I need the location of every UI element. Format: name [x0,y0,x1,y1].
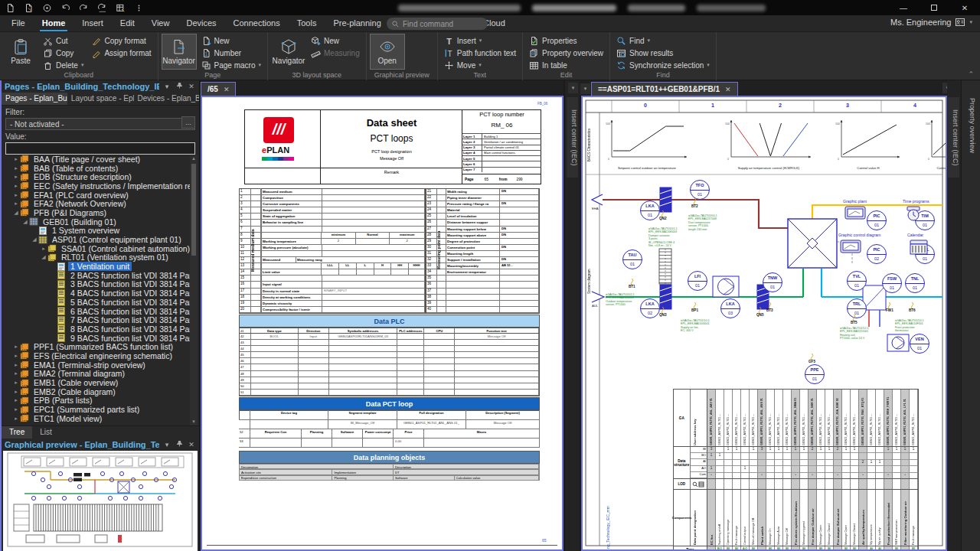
tree-item[interactable]: ▸BAB (Table of contents) [3,164,190,173]
menu-tab-file[interactable]: File [3,15,34,32]
device-tag-fw1[interactable]: FW1 [886,302,893,313]
tree-expand-icon[interactable]: ◢ [12,210,20,216]
tree-item[interactable]: ▸EFS (Electrical engineering schematic) [3,351,190,360]
tree-item[interactable]: ▸EFA2 (Network Overview) [3,199,190,208]
property-overview-vertical-tab[interactable]: Property overview [965,83,976,168]
bacs-data-point-tnw01[interactable]: TNW01 [763,272,782,292]
qa-redo-button[interactable] [77,2,90,14]
document-tab-datasheet[interactable]: /65 ✕ [201,82,236,96]
menu-tab-edit[interactable]: Edit [112,15,143,32]
tree-expand-icon[interactable]: ▸ [12,406,20,412]
tree-item[interactable]: 1 System overview [3,227,190,236]
qa-undo-button[interactable] [58,2,72,14]
tree-expand-icon[interactable]: ▸ [12,362,20,368]
synchronize-selection-button[interactable]: Synchronize selection▾ [613,59,713,71]
paste-big-button[interactable]: Paste [3,34,38,70]
tab-scroll-left-button[interactable]: ▾ [580,83,590,94]
minimize-button[interactable]: — [888,0,919,15]
property-overview-button[interactable]: Property overview [526,47,606,59]
bacs-data-point-ppe01[interactable]: PPE01 [805,364,825,384]
menu-tab-home[interactable]: Home [34,15,74,32]
qa-grid-edit-button[interactable] [113,2,127,14]
navigator-big-button[interactable]: Navigator [271,34,306,70]
scroll-up-icon[interactable]: ▲ [190,155,198,162]
tree-expand-icon[interactable]: ▸ [12,156,20,162]
tree-expand-icon[interactable]: ▸ [12,201,20,207]
tree-item[interactable]: ▸BAA (Title page / cover sheet) [3,155,190,164]
tree-item[interactable]: ▸EEC (Safety instructions / Implementati… [3,181,190,191]
tree-expand-icon[interactable]: ◢ [40,254,47,260]
panel-close-icon[interactable]: ✕ [187,83,196,90]
find-button[interactable]: Find▾ [613,34,713,47]
navigator-tab-2[interactable]: Devices - Eplan_Build... [134,93,199,105]
bacs-data-point-lka02[interactable]: LKA02 [640,298,660,318]
cut-button[interactable]: Cut [40,34,87,47]
panel-close-icon[interactable]: ✕ [187,441,196,448]
tree-item[interactable]: 1 Ventilation unit [3,262,190,271]
device-tag-bt3[interactable]: BT3 [766,302,773,313]
menu-tab-pre-planning[interactable]: Pre-planning [325,15,389,32]
copy-button[interactable]: Copy [40,47,87,59]
tree-item[interactable]: ▸PPF1 (Summarized BACS function list) [3,342,190,351]
tab-close-icon[interactable]: ✕ [224,86,230,93]
tree-item[interactable]: ▸EFA1 (PLC card overview) [3,191,190,200]
qa-new-page-button[interactable] [3,2,17,14]
tree-item[interactable]: ▸EMB1 (Cable overview) [3,378,190,387]
scrollbar-thumb[interactable] [191,164,196,256]
navigator-tab-0[interactable]: Pages - Eplan_Buildin... [2,93,67,105]
bacs-data-point-ven01[interactable]: VEN01 [910,334,929,354]
tree-item[interactable]: ▸EMB2 (Cable diagram) [3,387,190,396]
document-tab-schematic[interactable]: ==ASP01=RLT01++GEB01&PFB/1 ✕ [591,82,738,96]
restore-button[interactable] [919,0,949,15]
tab-overflow-button[interactable]: ▾ [568,83,578,93]
in-table-button[interactable]: In table [526,59,606,71]
tree-item[interactable]: ▸ETC1 (Model view) [3,414,190,423]
menu-tab-view[interactable]: View [143,15,178,32]
device-tag-bp1[interactable]: BP1 [691,302,698,313]
insert-center-vertical-tab[interactable]: Insert center (IEC) [567,97,578,178]
tree-expand-icon[interactable]: ▸ [12,389,20,395]
scroll-down-icon[interactable]: ▼ [190,418,198,425]
tree-expand-icon[interactable]: ▸ [12,174,20,180]
bacs-data-point-fsw01[interactable]: FSW01 [882,273,902,293]
tree-expand-icon[interactable]: ▸ [12,192,20,198]
tree-item[interactable]: ▸EPC1 (Summarized parts list) [3,405,190,414]
new-button[interactable]: New [308,34,363,47]
datasheet-document[interactable]: FB_06///ePLANData sheetPCT loopsPCT loop… [201,96,564,551]
tree-item[interactable]: 2 BACS function list VDI 3814 Part 4.3 [3,271,190,280]
tree-item[interactable]: 9 BACS function list VDI 3814 Part 4.3 [3,334,190,343]
tree-expand-icon[interactable]: ◢ [31,236,38,243]
qa-overflow-dots-button[interactable] [132,2,145,14]
tree-expand-icon[interactable]: ▸ [12,370,20,377]
assign-format-button[interactable]: Assign format [88,47,154,59]
tree-item[interactable]: ◢RLT01 (Ventilation system 01) [3,253,190,262]
delete-button[interactable]: Delete▾ [40,59,87,71]
qa-edit-page-button[interactable] [21,2,35,14]
tree-expand-icon[interactable]: ▸ [12,416,20,422]
close-button[interactable]: ✕ [949,0,980,15]
preview-canvas[interactable] [3,451,198,551]
tree-item[interactable]: ◢GEB01 (Building 01) [3,217,190,227]
page-macro-button[interactable]: Page macro▾ [198,59,264,71]
tree-item[interactable]: ▸EPB (Parts lists) [3,396,190,406]
move-button[interactable]: Move▾ [441,59,519,71]
device-tag-gf5[interactable]: GF5 [808,354,815,364]
menu-tab-insert[interactable]: Insert [74,15,112,32]
tree-item[interactable]: 8 BACS function list VDI 3814 Part 4.3 [3,324,190,334]
device-tag-qn3[interactable]: QN3 [659,307,666,318]
insert-button[interactable]: TInsert▾ [441,34,519,47]
panel-bottom-tab-list[interactable]: List [32,426,60,439]
insert-center-vertical-tab[interactable]: Insert center (IEC) [948,97,959,178]
open-big-button[interactable]: Open [370,34,405,70]
pane-splitter[interactable]: ▾ Insert center (IEC) [565,80,580,551]
find-command-box[interactable]: Find command [387,18,488,30]
navigator-big-button[interactable]: Navigator [162,34,197,70]
tree-item[interactable]: ▸EMA2 (Terminal diagram) [3,370,190,379]
tree-item[interactable]: ▸SSA01 (Control cabinet automation) [3,244,190,253]
tree-expand-icon[interactable]: ▸ [12,183,20,189]
panel-pin-icon[interactable] [175,82,184,91]
panel-dropdown-icon[interactable]: ▾ [162,441,172,448]
tree-item[interactable]: 3 BACS function list VDI 3814 Part 4.3 [3,280,190,289]
measuring-button[interactable]: Measuring [308,47,363,59]
user-menu[interactable]: Ms. Engineering ▾ [890,18,972,27]
